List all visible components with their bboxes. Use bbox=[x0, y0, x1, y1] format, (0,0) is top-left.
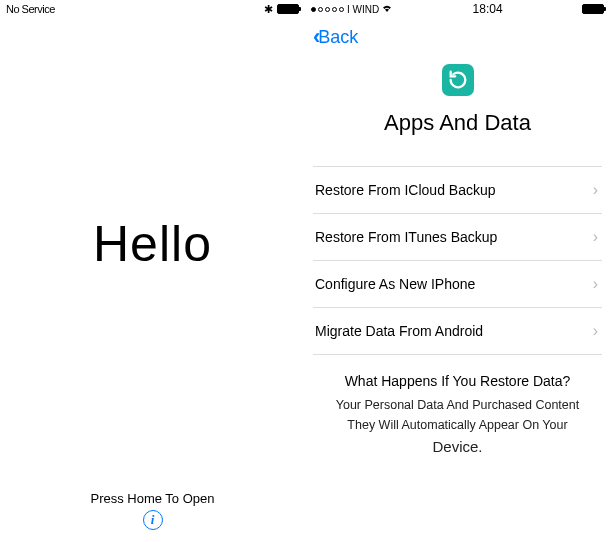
option-label: Configure As New IPhone bbox=[315, 276, 475, 292]
bluetooth-icon: ✱ bbox=[264, 3, 273, 16]
option-migrate-android[interactable]: Migrate Data From Android › bbox=[313, 308, 602, 355]
footer-text: What Happens If You Restore Data? Your P… bbox=[305, 373, 610, 459]
battery-icon bbox=[277, 4, 299, 14]
press-home-label[interactable]: Press Home To Open bbox=[0, 491, 305, 506]
chevron-right-icon: › bbox=[593, 275, 598, 293]
option-label: Restore From ICloud Backup bbox=[315, 182, 496, 198]
option-configure-new[interactable]: Configure As New IPhone › bbox=[313, 261, 602, 308]
hello-greeting: Hello bbox=[0, 215, 305, 273]
chevron-right-icon: › bbox=[593, 228, 598, 246]
option-label: Restore From ITunes Backup bbox=[315, 229, 497, 245]
option-list: Restore From ICloud Backup › Restore Fro… bbox=[313, 166, 602, 355]
chevron-right-icon: › bbox=[593, 181, 598, 199]
option-restore-itunes[interactable]: Restore From ITunes Backup › bbox=[313, 214, 602, 261]
page-title: Apps And Data bbox=[305, 110, 610, 136]
footer-title: What Happens If You Restore Data? bbox=[313, 373, 602, 389]
clock: 18:04 bbox=[473, 2, 503, 16]
wifi-icon bbox=[381, 3, 393, 15]
battery-icon bbox=[582, 4, 604, 14]
carrier-label: No Service bbox=[6, 3, 55, 15]
info-icon[interactable]: i bbox=[143, 510, 163, 530]
footer-line: Device. bbox=[313, 435, 602, 459]
status-bar-left: No Service ✱ bbox=[0, 0, 305, 18]
footer-line: They Will Automatically Appear On Your bbox=[347, 418, 567, 432]
signal-icon bbox=[311, 7, 344, 12]
restore-icon bbox=[442, 64, 474, 96]
option-restore-icloud[interactable]: Restore From ICloud Backup › bbox=[313, 167, 602, 214]
carrier-label: I WIND bbox=[347, 4, 379, 15]
back-label: Back bbox=[318, 27, 358, 48]
back-button[interactable]: ‹ Back bbox=[305, 18, 610, 56]
option-label: Migrate Data From Android bbox=[315, 323, 483, 339]
footer-line: Your Personal Data And Purchased Content bbox=[336, 398, 579, 412]
chevron-right-icon: › bbox=[593, 322, 598, 340]
status-bar-right: I WIND 18:04 bbox=[305, 0, 610, 18]
